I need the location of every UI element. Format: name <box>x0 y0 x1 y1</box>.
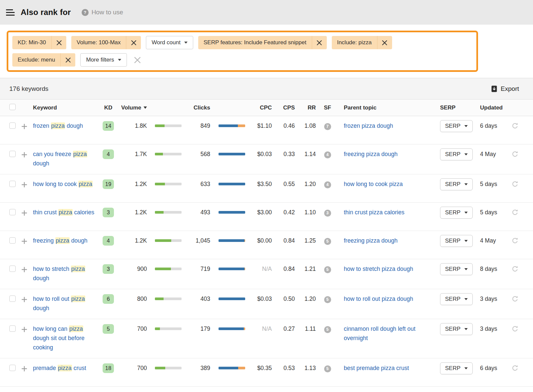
column-cps[interactable]: CPS <box>272 104 295 111</box>
kd-badge: 19 <box>103 179 114 189</box>
filter-chip-label[interactable]: SERP features: Include Featured snippet <box>198 36 312 49</box>
column-parent-topic[interactable]: Parent topic <box>339 104 440 111</box>
refresh-icon[interactable] <box>512 325 518 335</box>
parent-topic-link[interactable]: thin crust pizza calories <box>344 208 411 217</box>
add-keyword-icon[interactable] <box>21 296 27 305</box>
row-checkbox[interactable] <box>9 295 16 302</box>
add-keyword-icon[interactable] <box>21 238 27 247</box>
serp-button[interactable]: SERP <box>440 362 473 374</box>
chevron-down-icon <box>464 240 468 242</box>
refresh-icon[interactable] <box>512 266 518 275</box>
column-rr[interactable]: RR <box>295 104 316 111</box>
row-checkbox[interactable] <box>9 237 16 244</box>
filter-chip-label[interactable]: Volume: 100-Max <box>71 36 126 49</box>
remove-filter-icon[interactable] <box>312 36 327 49</box>
sf-badge[interactable]: 5 <box>324 326 331 333</box>
column-cpc[interactable]: CPC <box>245 104 272 111</box>
keyword-count: 176 keywords <box>9 85 48 93</box>
filter-chip-label[interactable]: Exclude: menu <box>12 53 60 67</box>
serp-button[interactable]: SERP <box>440 207 473 219</box>
refresh-icon[interactable] <box>512 295 518 305</box>
parent-topic-link[interactable]: freezing pizza dough <box>344 236 404 245</box>
sf-badge[interactable]: 5 <box>324 266 331 273</box>
column-keyword[interactable]: Keyword <box>33 104 100 111</box>
column-sf[interactable]: SF <box>316 104 339 111</box>
refresh-icon[interactable] <box>512 237 518 247</box>
row-checkbox[interactable] <box>9 325 16 332</box>
parent-topic-link[interactable]: best premade pizza crust <box>344 363 416 373</box>
keyword-link[interactable]: thin crust pizza calories <box>33 208 94 217</box>
serp-button[interactable]: SERP <box>440 120 473 132</box>
updated-value: 6 days <box>480 363 512 373</box>
add-keyword-icon[interactable] <box>21 365 27 374</box>
export-button[interactable]: Export <box>491 85 524 93</box>
remove-filter-icon[interactable] <box>377 36 392 49</box>
row-checkbox[interactable] <box>9 122 16 129</box>
filter-chip: Include: pizza <box>332 36 392 49</box>
keyword-link[interactable]: how to stretch pizza dough <box>33 264 100 283</box>
remove-filter-icon[interactable] <box>51 36 66 49</box>
row-checkbox[interactable] <box>9 365 16 371</box>
filter-chip-label[interactable]: Include: pizza <box>332 36 377 49</box>
menu-icon[interactable] <box>5 8 15 17</box>
parent-topic-link[interactable]: frozen pizza dough <box>344 121 400 130</box>
remove-filter-icon[interactable] <box>60 53 75 67</box>
filter-dropdown-button[interactable]: More filters <box>80 53 127 67</box>
add-keyword-icon[interactable] <box>21 209 27 219</box>
select-all-checkbox[interactable] <box>9 104 16 110</box>
filter-chip-label[interactable]: KD: Min-30 <box>12 36 51 49</box>
sf-badge[interactable]: 4 <box>324 181 331 188</box>
add-keyword-icon[interactable] <box>21 326 27 335</box>
parent-topic-link[interactable]: how to stretch pizza dough <box>344 264 420 274</box>
sf-badge[interactable]: 3 <box>324 210 331 217</box>
add-keyword-icon[interactable] <box>21 181 27 190</box>
parent-topic-link[interactable]: cinnamon roll dough left out overnight <box>344 324 440 343</box>
serp-button[interactable]: SERP <box>440 178 473 190</box>
serp-button[interactable]: SERP <box>440 323 473 335</box>
refresh-icon[interactable] <box>512 209 518 218</box>
keyword-link[interactable]: premade pizza crust <box>33 363 86 373</box>
serp-button[interactable]: SERP <box>440 235 473 247</box>
refresh-icon[interactable] <box>512 365 518 374</box>
sf-badge[interactable]: 7 <box>324 123 331 130</box>
add-keyword-icon[interactable] <box>21 151 27 160</box>
column-updated[interactable]: Updated <box>480 104 512 111</box>
row-checkbox[interactable] <box>9 266 16 272</box>
keyword-link[interactable]: frozen pizza dough <box>33 121 83 130</box>
serp-button[interactable]: SERP <box>440 148 473 160</box>
keyword-link[interactable]: how long can pizza dough sit out before … <box>33 324 100 352</box>
filter-dropdown-button[interactable]: Word count <box>146 36 193 49</box>
column-volume[interactable]: Volume <box>117 104 147 111</box>
sf-badge[interactable]: 4 <box>324 151 331 158</box>
row-checkbox[interactable] <box>9 181 16 187</box>
column-clicks[interactable]: Clicks <box>182 104 210 111</box>
sf-badge[interactable]: 5 <box>324 238 331 245</box>
refresh-icon[interactable] <box>512 151 518 160</box>
keyword-link[interactable]: freezing pizza dough <box>33 236 88 245</box>
serp-button[interactable]: SERP <box>440 263 473 275</box>
keyword-link[interactable]: can you freeze pizza dough <box>33 149 100 168</box>
export-label: Export <box>501 85 519 93</box>
add-keyword-icon[interactable] <box>21 123 27 132</box>
remove-filter-icon[interactable] <box>126 36 141 49</box>
clear-filters-icon[interactable] <box>133 55 143 65</box>
row-checkbox[interactable] <box>9 209 16 215</box>
sf-badge[interactable]: 5 <box>324 296 331 303</box>
serp-button[interactable]: SERP <box>440 293 473 305</box>
sf-badge[interactable]: 5 <box>324 365 331 372</box>
table-row: how long can pizza dough sit out before … <box>0 319 533 358</box>
column-kd[interactable]: KD <box>100 104 117 111</box>
chevron-down-icon <box>464 183 468 185</box>
add-keyword-icon[interactable] <box>21 266 27 275</box>
how-to-use-link[interactable]: How to use <box>82 9 123 16</box>
parent-topic-link[interactable]: freezing pizza dough <box>344 149 404 159</box>
clicks-bar <box>219 327 245 330</box>
keyword-link[interactable]: how to roll out pizza dough <box>33 294 100 313</box>
row-checkbox[interactable] <box>9 151 16 157</box>
refresh-icon[interactable] <box>512 122 518 132</box>
parent-topic-link[interactable]: how long to cook pizza <box>344 179 409 189</box>
keyword-link[interactable]: how long to cook pizza <box>33 179 93 189</box>
cpc-value: $0.03 <box>245 294 272 303</box>
parent-topic-link[interactable]: how to roll out pizza dough <box>344 294 420 303</box>
refresh-icon[interactable] <box>512 181 518 190</box>
